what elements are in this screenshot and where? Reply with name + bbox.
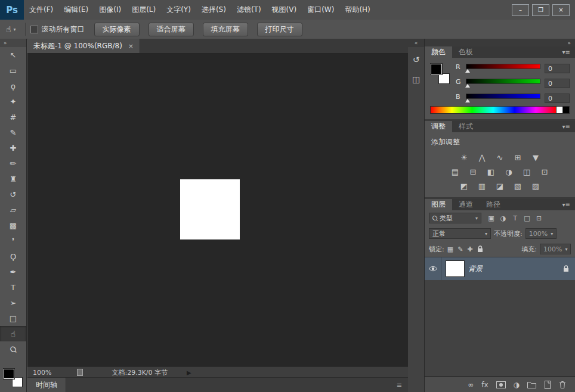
hand-tool[interactable]: ☝ (0, 326, 26, 341)
scroll-all-windows-checkbox[interactable] (30, 26, 38, 33)
spectrum-white-swatch[interactable] (556, 106, 562, 114)
blue-value-field[interactable]: 0 (545, 94, 570, 103)
blend-mode-dropdown[interactable]: 正常 ▾ (429, 228, 491, 239)
menu-select[interactable]: 选择(S) (196, 0, 231, 20)
green-slider[interactable] (466, 79, 540, 88)
new-group-icon[interactable] (527, 381, 536, 388)
green-slider-track[interactable] (466, 79, 540, 84)
restore-button[interactable]: ❐ (532, 4, 549, 16)
properties-panel-button[interactable]: ◫ (409, 72, 423, 86)
rectangle-tool[interactable]: □ (0, 310, 26, 326)
path-selection-tool[interactable]: ➢ (0, 295, 26, 310)
tab-adjustments[interactable]: 调整 (425, 121, 452, 132)
menu-help[interactable]: 帮助(H) (339, 0, 375, 20)
new-layer-icon[interactable] (544, 381, 551, 389)
type-tool[interactable]: T (0, 279, 26, 295)
red-slider-track[interactable] (466, 64, 540, 69)
fit-screen-button[interactable]: 适合屏幕 (149, 23, 194, 36)
close-tab-icon[interactable]: × (128, 42, 134, 50)
curves-icon[interactable]: ∿ (494, 153, 506, 162)
foreground-color-swatch[interactable] (4, 369, 14, 379)
color-panel-menu-icon[interactable]: ▾≡ (562, 46, 570, 58)
lock-position-icon[interactable]: ✚ (467, 245, 472, 253)
layer-filter-dropdown[interactable]: Ϙ 类型 ▾ (429, 213, 481, 223)
black-white-icon[interactable]: ◧ (485, 167, 497, 176)
tab-color[interactable]: 颜色 (425, 46, 452, 58)
layers-panel-menu-icon[interactable]: ▾≡ (562, 199, 570, 210)
tab-channels[interactable]: 通道 (452, 199, 480, 210)
layer-row-background[interactable]: 背景 (425, 257, 575, 280)
eyedropper-tool[interactable]: ✎ (0, 125, 26, 140)
fill-screen-button[interactable]: 填充屏幕 (203, 23, 248, 36)
menu-file[interactable]: 文件(F) (24, 0, 58, 20)
tab-swatches[interactable]: 色板 (452, 46, 480, 58)
green-value-field[interactable]: 0 (545, 79, 570, 88)
blue-slider-thumb[interactable] (465, 99, 470, 102)
red-slider[interactable] (466, 64, 540, 73)
crop-tool[interactable]: # (0, 109, 26, 125)
filter-adjustment-layers-icon[interactable]: ◑ (498, 213, 508, 223)
menu-layer[interactable]: 图层(L) (126, 0, 161, 20)
print-size-button[interactable]: 打印尺寸 (257, 23, 302, 36)
lasso-tool[interactable]: ϙ (0, 78, 26, 94)
invert-icon[interactable]: ◩ (458, 181, 470, 191)
dock-collapse-toggle[interactable]: » (567, 40, 571, 46)
document-canvas[interactable] (180, 179, 240, 239)
timeline-tab[interactable]: 时间轴 (27, 378, 66, 392)
threshold-icon[interactable]: ◪ (494, 181, 506, 191)
menu-edit[interactable]: 编辑(E) (58, 0, 94, 20)
strip-expand-toggle[interactable]: « (408, 39, 424, 47)
lock-image-icon[interactable]: ✎ (457, 245, 463, 253)
filter-type-layers-icon[interactable]: T (510, 213, 520, 223)
add-layer-mask-icon[interactable] (496, 381, 506, 388)
timeline-menu-icon[interactable]: ≡ (397, 381, 402, 389)
tab-paths[interactable]: 路径 (480, 199, 507, 210)
pen-tool[interactable]: ✒ (0, 264, 26, 279)
tab-styles[interactable]: 样式 (452, 121, 480, 132)
adjustments-panel-menu-icon[interactable]: ▾≡ (562, 121, 570, 132)
selective-color-icon[interactable]: ▨ (530, 181, 542, 191)
tool-preset-picker[interactable]: ☝ ▾ (0, 22, 20, 36)
quick-selection-tool[interactable]: ✦ (0, 94, 26, 109)
history-panel-button[interactable]: ↺ (409, 52, 423, 67)
photo-filter-icon[interactable]: ◑ (503, 167, 515, 176)
red-slider-thumb[interactable] (465, 69, 470, 73)
fill-dropdown[interactable]: 100% ▾ (540, 244, 571, 254)
green-slider-thumb[interactable] (465, 84, 470, 88)
vibrance-icon[interactable]: ▼ (530, 153, 542, 162)
history-brush-tool[interactable]: ↺ (0, 186, 26, 202)
status-options-arrow[interactable]: ▶ (187, 369, 191, 376)
color-lookup-icon[interactable]: ⊡ (539, 167, 551, 176)
opacity-dropdown[interactable]: 100% ▾ (525, 228, 557, 239)
healing-brush-tool[interactable]: ✚ (0, 140, 26, 155)
color-spectrum-ramp[interactable] (430, 106, 556, 114)
delete-layer-icon[interactable] (559, 381, 566, 388)
blue-slider-track[interactable] (466, 94, 540, 99)
tools-collapse-toggle[interactable]: » (0, 39, 26, 47)
brush-tool[interactable]: ✏ (0, 155, 26, 171)
layer-style-fx-icon[interactable]: fx (481, 381, 488, 388)
menu-view[interactable]: 视图(V) (267, 0, 302, 20)
gradient-tool[interactable]: ▩ (0, 217, 26, 233)
zoom-level-field[interactable]: 100% (27, 369, 57, 377)
blur-tool[interactable]: ❜ (0, 233, 26, 248)
lock-transparency-icon[interactable]: ▦ (447, 245, 453, 253)
link-layers-icon[interactable]: ∞ (468, 381, 474, 388)
channel-mixer-icon[interactable]: ◫ (521, 167, 533, 176)
document-tab[interactable]: 未标题-1 @ 100%(RGB/8) × (27, 39, 140, 53)
menu-filter[interactable]: 滤镜(T) (231, 0, 267, 20)
filter-pixel-layers-icon[interactable]: ▣ (486, 213, 496, 223)
brightness-contrast-icon[interactable]: ☀ (458, 153, 470, 162)
filter-shape-layers-icon[interactable]: □ (522, 213, 532, 223)
minimize-button[interactable]: – (512, 4, 529, 16)
new-adjustment-layer-icon[interactable]: ◑ (514, 381, 520, 388)
actual-pixels-button[interactable]: 实际像素 (94, 23, 140, 36)
filter-smart-objects-icon[interactable]: ⊡ (534, 213, 544, 223)
spectrum-black-swatch[interactable] (562, 106, 570, 114)
red-value-field[interactable]: 0 (545, 64, 570, 73)
eraser-tool[interactable]: ▱ (0, 202, 26, 217)
blue-slider[interactable] (466, 94, 540, 102)
foreground-color-well[interactable] (431, 64, 442, 74)
clone-stamp-tool[interactable]: ♜ (0, 171, 26, 186)
close-button[interactable]: × (552, 4, 570, 16)
